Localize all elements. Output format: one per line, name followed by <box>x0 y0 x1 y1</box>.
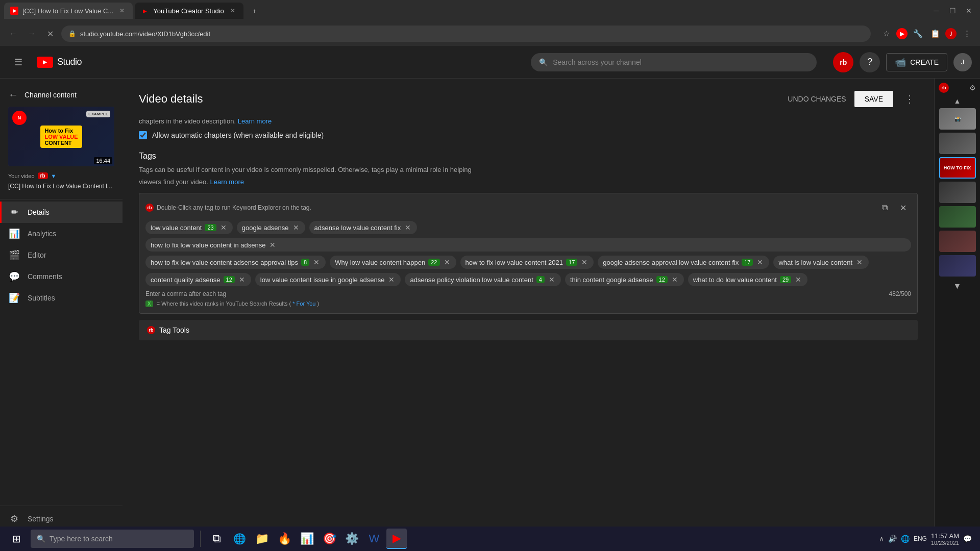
editor-label: Editor <box>28 251 46 259</box>
undo-button[interactable]: UNDO CHANGES <box>788 95 846 103</box>
browser-right-controls: ☆ ▶ 🔧 📋 J ⋮ <box>879 27 974 41</box>
start-button[interactable]: ⊞ <box>4 527 29 551</box>
remove-tag-google-adsense[interactable]: ✕ <box>292 223 300 232</box>
sidebar-item-details[interactable]: ✏ Details <box>0 202 122 223</box>
tray-network-icon[interactable]: 🌐 <box>901 535 910 543</box>
tray-volume-icon[interactable]: 🔊 <box>888 535 897 543</box>
remove-tag-policy-violation[interactable]: ✕ <box>548 276 556 284</box>
right-panel-gear-icon[interactable]: ⚙ <box>969 84 976 92</box>
taskbar-settings[interactable]: ⚙️ <box>341 529 362 549</box>
copy-tags-button[interactable]: ⧉ <box>876 199 893 216</box>
tab-1-label: [CC] How to Fix Low Value C... <box>22 7 113 15</box>
minimize-button[interactable]: ─ <box>929 4 943 18</box>
right-panel-thumb-4[interactable] <box>939 182 976 203</box>
search-input[interactable] <box>553 58 808 66</box>
yt-studio-logo[interactable]: ▶ Studio <box>37 57 82 68</box>
notification-icon: rb <box>833 52 853 72</box>
taskbar-firefox[interactable]: 🔥 <box>274 529 295 549</box>
address-bar[interactable]: 🔒 studio.youtube.com/video/XtD1bVgh3cc/e… <box>61 26 871 42</box>
tab-2-close[interactable]: ✕ <box>228 6 237 15</box>
taskbar-powerpoint[interactable]: 🎯 <box>319 529 339 549</box>
remove-tag-how-to-fix[interactable]: ✕ <box>268 241 277 249</box>
sidebar-item-comments[interactable]: 💬 Comments <box>0 266 122 287</box>
sidebar: ← Channel content N How to FixLOW VALUEC… <box>0 79 122 551</box>
scroll-up-button[interactable]: ▲ <box>954 97 961 105</box>
remove-tag-thin-content[interactable]: ✕ <box>671 276 679 284</box>
back-button[interactable]: ← <box>6 27 20 41</box>
remove-tag-why-low-value[interactable]: ✕ <box>443 258 451 266</box>
maximize-button[interactable]: ☐ <box>945 4 960 18</box>
forward-button[interactable]: → <box>24 27 39 41</box>
taskbar-active-app[interactable]: ▶ <box>386 529 407 549</box>
powerpoint-icon: 🎯 <box>323 532 336 545</box>
search-bar[interactable]: 🔍 <box>531 53 817 71</box>
remove-tag-content-quality[interactable]: ✕ <box>238 276 246 284</box>
more-options-button[interactable]: ⋮ <box>901 91 918 107</box>
notification-center-icon[interactable]: 💬 <box>963 535 972 543</box>
ext-icon-3[interactable]: 📋 <box>928 27 942 41</box>
channel-content-back[interactable]: ← Channel content <box>0 83 122 107</box>
system-clock[interactable]: 11:57 AM 10/23/2021 <box>931 532 959 546</box>
tab-2-favicon: ▶ <box>141 7 149 15</box>
sidebar-item-subtitles[interactable]: 📝 Subtitles <box>0 287 122 309</box>
auto-chapters-checkbox[interactable] <box>139 131 147 139</box>
remove-tag-adsense-approval[interactable]: ✕ <box>756 258 764 266</box>
tags-container[interactable]: rb Double-Click any tag to run Keyword E… <box>139 193 918 314</box>
new-tab-button[interactable]: + <box>246 3 264 19</box>
close-button[interactable]: ✕ <box>962 4 976 18</box>
clear-tags-button[interactable]: ✕ <box>895 199 911 216</box>
more-options-icon[interactable]: ⋮ <box>960 27 974 41</box>
video-thumbnail[interactable]: N How to FixLOW VALUECONTENT EXAMPLE 16:… <box>8 107 114 166</box>
help-button[interactable]: ? <box>860 52 880 72</box>
taskbar-explorer[interactable]: 📁 <box>252 529 272 549</box>
remove-tag-what-is[interactable]: ✕ <box>855 258 864 266</box>
user-avatar[interactable]: J <box>953 53 972 71</box>
taskbar-word[interactable]: W <box>364 529 384 549</box>
browser-tab-1[interactable]: ▶ [CC] How to Fix Low Value C... ✕ <box>4 3 133 19</box>
tag-how-to-fix-2021: how to fix low value content 2021 17 ✕ <box>460 256 594 269</box>
save-button[interactable]: SAVE <box>854 91 893 107</box>
expand-icon[interactable]: ▼ <box>51 173 57 179</box>
enter-hint: Enter a comma after each tag <box>145 290 226 297</box>
yt-ext-icon[interactable]: ▶ <box>896 28 908 39</box>
reload-button[interactable]: ✕ <box>43 27 57 41</box>
right-panel-thumb-7[interactable] <box>939 255 976 277</box>
right-panel-thumb-3[interactable]: HOW TO FIX <box>939 157 976 179</box>
firefox-icon: 🔥 <box>278 532 291 545</box>
right-panel: rb ⚙ ▲ 📸 HOW TO FIX ▼ <box>934 79 980 551</box>
scroll-down-button[interactable]: ▼ <box>953 282 962 291</box>
sidebar-item-analytics[interactable]: 📊 Analytics <box>0 223 122 244</box>
windows-icon: ⊞ <box>12 533 21 545</box>
tags-desc-1: Tags can be useful if content in your vi… <box>139 165 918 175</box>
browser-tab-2[interactable]: ▶ YouTube Creator Studio ✕ <box>135 3 243 19</box>
right-panel-thumb-5[interactable] <box>939 206 976 228</box>
right-panel-thumb-1[interactable]: 📸 <box>939 108 976 130</box>
profile-icon[interactable]: J <box>945 28 957 39</box>
tags-section-title: Tags <box>139 152 918 161</box>
ext-icon-2[interactable]: 🔧 <box>911 27 925 41</box>
sidebar-item-editor[interactable]: 🎬 Editor <box>0 244 122 266</box>
taskbar-search-bar[interactable]: 🔍 Type here to search <box>31 530 194 548</box>
taskbar-sheets[interactable]: 📊 <box>297 529 317 549</box>
create-button[interactable]: 📹 CREATE <box>886 53 947 71</box>
hamburger-menu[interactable]: ☰ <box>8 52 29 72</box>
taskbar-chrome[interactable]: 🌐 <box>229 529 250 549</box>
right-panel-thumb-6[interactable] <box>939 231 976 252</box>
remove-tag-low-value-issue[interactable]: ✕ <box>387 276 396 284</box>
chapters-learn-more-link[interactable]: Learn more <box>238 117 272 125</box>
settings-icon: ⚙️ <box>345 532 359 545</box>
remove-tag-what-to-do[interactable]: ✕ <box>794 276 802 284</box>
notification-area[interactable]: rb <box>833 52 853 72</box>
chapters-hint: chapters in the video description. Learn… <box>139 117 918 125</box>
tags-learn-more-link[interactable]: Learn more <box>210 178 243 186</box>
tray-expand-icon[interactable]: ∧ <box>879 535 884 543</box>
remove-tag-how-to-fix-2021[interactable]: ✕ <box>580 258 589 266</box>
taskbar-task-view[interactable]: ⧉ <box>207 529 227 549</box>
tab-1-close[interactable]: ✕ <box>117 6 127 15</box>
bookmark-icon[interactable]: ☆ <box>879 27 893 41</box>
for-you-link[interactable]: * For You <box>292 300 315 307</box>
remove-tag-approval-tips[interactable]: ✕ <box>312 258 321 266</box>
remove-tag-adsense-fix[interactable]: ✕ <box>404 223 412 232</box>
remove-tag-low-value-content[interactable]: ✕ <box>219 223 228 232</box>
right-panel-thumb-2[interactable] <box>939 133 976 154</box>
